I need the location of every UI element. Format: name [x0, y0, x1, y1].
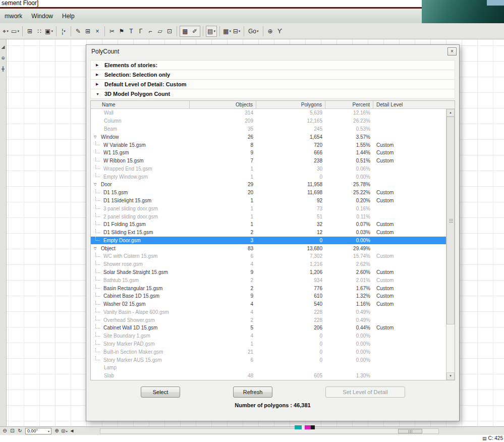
- table-row[interactable]: WC with Cistern 15.gsm67,30215.74%Custom: [91, 252, 446, 260]
- fill-tool-dropdown-icon[interactable]: ▾: [51, 29, 53, 33]
- table-row[interactable]: Story Marker AUS 15.gsm600.00%: [91, 356, 446, 364]
- table-row[interactable]: Built-in Section Maker.gsm2100.00%: [91, 348, 446, 356]
- menu-item-mwork[interactable]: mwork: [0, 9, 27, 23]
- go-menu-dropdown-icon[interactable]: ▾: [257, 29, 259, 33]
- section-3d-model-polygon-count[interactable]: ▼3D Model Polygon Count: [91, 89, 455, 99]
- table-row[interactable]: Solar Shade Straight 15.gsm91,2062.60%Cu…: [91, 268, 446, 277]
- table-row[interactable]: Empty Door.gsm300.00%: [91, 237, 446, 245]
- fill-tool-button[interactable]: ▣▾: [44, 26, 53, 36]
- split-tool-button[interactable]: ✂: [107, 26, 117, 36]
- go-menu-button[interactable]: Go▾: [247, 26, 260, 36]
- 3d-window-button[interactable]: ▩: [181, 26, 190, 36]
- table-row[interactable]: 3 panel sliding door.gsm1730.16%: [91, 204, 446, 212]
- dialog-titlebar[interactable]: PolyCount ×: [86, 45, 459, 58]
- layout-window-dropdown-icon[interactable]: ▾: [213, 29, 215, 33]
- tree-expanded-icon[interactable]: ▽: [94, 133, 99, 141]
- scroll-up-button[interactable]: ▲: [446, 109, 455, 117]
- column-header-name[interactable]: Name: [91, 101, 190, 108]
- table-row[interactable]: Column20912,16526.23%: [91, 117, 446, 125]
- marquee-tool-dropdown-icon[interactable]: ▾: [17, 29, 19, 33]
- select-tool-button[interactable]: ⌖▾: [1, 26, 10, 36]
- table-row[interactable]: W Variable 15.gsm87201.55%Custom: [91, 141, 446, 149]
- table-scrollbar[interactable]: ▲ ▼: [446, 109, 455, 380]
- table-row[interactable]: ▽Window261,6543.57%: [91, 133, 446, 141]
- zoom-out-button[interactable]: ⊖: [1, 427, 9, 434]
- tree-expanded-icon[interactable]: ▽: [94, 181, 99, 188]
- column-header-objects[interactable]: Objects: [190, 101, 256, 108]
- table-row[interactable]: D1 1Sidelight 15.gsm1920.20%Custom: [91, 197, 446, 205]
- tree-expanded-icon[interactable]: ▽: [94, 245, 99, 252]
- section-view-dropdown-icon[interactable]: ▾: [239, 29, 241, 33]
- scroll-down-button[interactable]: ▼: [446, 372, 455, 380]
- adjust-tool-button[interactable]: T: [127, 26, 136, 36]
- table-row[interactable]: W Ribbon 15.gsm72380.51%Custom: [91, 157, 446, 165]
- column-header-percent[interactable]: Percent: [325, 101, 373, 108]
- line-weight-button[interactable]: ¦▾: [59, 26, 68, 36]
- walk-tool-button[interactable]: ϒ: [275, 26, 285, 36]
- copy-tool-button[interactable]: ⊡: [165, 26, 174, 36]
- menu-item-window[interactable]: Window: [27, 9, 58, 23]
- view-options-button[interactable]: ◎▾: [61, 427, 68, 434]
- fillet-tool-button[interactable]: ⌐: [146, 26, 155, 36]
- table-row[interactable]: ▽Door2911,95825.78%: [91, 181, 446, 189]
- table-row[interactable]: Basin Rectangular 15.gsm27761.67%Custom: [91, 284, 446, 292]
- table-row[interactable]: Shower rose.gsm41,2162.62%: [91, 260, 446, 268]
- table-row[interactable]: W1 15.gsm96661.44%Custom: [91, 149, 446, 157]
- table-row[interactable]: D1 Folding 15.gsm1320.07%Custom: [91, 220, 446, 229]
- scrollbar-thumb[interactable]: [446, 117, 455, 324]
- corner-tool-button[interactable]: Γ: [136, 26, 145, 36]
- rotate-view-button[interactable]: ↻: [16, 427, 24, 434]
- table-row[interactable]: Story Marker PAD.gsm100.00%: [91, 340, 446, 348]
- section-elements-of-stories[interactable]: ▶Elements of stories:: [91, 61, 455, 70]
- line-weight-dropdown-icon[interactable]: ▾: [64, 29, 66, 33]
- column-header-polygons[interactable]: Polygons: [256, 101, 325, 108]
- table-row[interactable]: Bathtub 15.gsm29342.01%Custom: [91, 276, 446, 284]
- snap-points-button[interactable]: ∷: [35, 26, 44, 36]
- section-default-level-of-detail-custom[interactable]: ▶Default Level of Detail: Custom: [91, 80, 455, 89]
- select-button[interactable]: Select: [141, 386, 180, 398]
- section-view-button[interactable]: ⊟▾: [232, 26, 241, 36]
- table-row[interactable]: Vanity Basin - Alape 600.gsm42280.49%: [91, 308, 446, 316]
- image-view-dropdown-icon[interactable]: ▾: [229, 29, 231, 33]
- table-row[interactable]: Washer 02 15.gsm45401.16%Custom: [91, 300, 446, 308]
- table-row[interactable]: Wrapped End 15.gsm1300.06%: [91, 164, 446, 173]
- close-button[interactable]: ×: [447, 47, 457, 56]
- rotation-angle-field[interactable]: 0.00° ▾: [25, 428, 51, 434]
- table-row[interactable]: Overhead Shower.gsm22280.49%: [91, 316, 446, 324]
- scroll-left-button[interactable]: ◄: [68, 427, 76, 434]
- comment-tool-button[interactable]: ⊕: [266, 26, 275, 36]
- flag-tool-button[interactable]: ⚑: [117, 26, 126, 36]
- snap-grid-button[interactable]: ⊞: [25, 26, 34, 36]
- layout-window-button[interactable]: ▤▾: [207, 26, 216, 36]
- table-row[interactable]: Slab486051.30%: [91, 372, 446, 380]
- column-header-detail-level[interactable]: Detail Level: [373, 101, 455, 108]
- table-row[interactable]: Site Boundary 1.gsm400.00%: [91, 332, 446, 340]
- section-selection-selection-only[interactable]: ▶Selection: Selection only: [91, 70, 455, 80]
- paint-tool-button[interactable]: ✐: [190, 26, 199, 36]
- image-view-button[interactable]: ▦▾: [222, 26, 232, 36]
- table-row[interactable]: Cabinet Base 1D 15.gsm96101.32%Custom: [91, 292, 446, 300]
- table-row[interactable]: Lamp: [91, 364, 446, 372]
- table-row[interactable]: 2 panel sliding door.gsm1510.11%: [91, 212, 446, 220]
- refresh-button[interactable]: Refresh: [233, 386, 272, 398]
- table-row[interactable]: Cabinet Wall 1D 15.gsm52060.44%Custom: [91, 324, 446, 332]
- delete-tool-button[interactable]: ×: [93, 26, 102, 36]
- stretch-tool-button[interactable]: ▱: [155, 26, 164, 36]
- menu-item-help[interactable]: Help: [58, 9, 79, 23]
- table-row[interactable]: Empty Window.gsm100.00%: [91, 173, 446, 181]
- horizontal-scrollbar-thumb[interactable]: [398, 429, 422, 433]
- table-row[interactable]: D1 Sliding Ext 15.gsm2120.03%Custom: [91, 229, 446, 237]
- horizontal-scrollbar[interactable]: [100, 428, 439, 434]
- table-row[interactable]: D1 15.gsm2011,69825.22%Custom: [91, 189, 446, 197]
- select-tool-dropdown-icon[interactable]: ▾: [7, 29, 9, 33]
- table-row[interactable]: Wall3145,63912.16%: [91, 109, 446, 117]
- zoom-in-button[interactable]: ⊕: [53, 427, 61, 434]
- annotate-tool-button[interactable]: ✎: [74, 26, 83, 36]
- table-row[interactable]: ▽Object8313,68029.49%: [91, 244, 446, 252]
- marquee-tool-button[interactable]: ▭▾: [11, 26, 20, 36]
- rotation-angle-dropdown-icon[interactable]: ▾: [48, 429, 49, 433]
- view-options-dropdown-icon[interactable]: ▾: [66, 429, 68, 433]
- table-row[interactable]: Beam352450.53%: [91, 125, 446, 133]
- zoom-fit-button[interactable]: ⊡: [9, 427, 16, 434]
- mesh-tool-button[interactable]: ⊞: [83, 26, 92, 36]
